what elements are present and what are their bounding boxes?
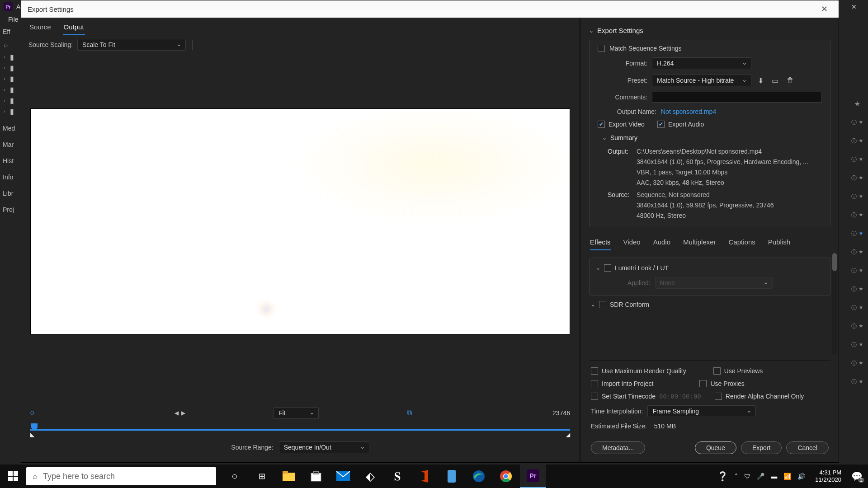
- bg-panel-label[interactable]: Proj: [3, 206, 15, 213]
- comments-input[interactable]: [652, 92, 822, 103]
- export-settings-header[interactable]: ⌄ Export Settings: [589, 23, 830, 37]
- tab-publish[interactable]: Publish: [768, 236, 790, 250]
- help-tray-icon[interactable]: ❔: [717, 471, 728, 482]
- dropbox-icon[interactable]: ⬖: [357, 465, 383, 488]
- info-star-pair[interactable]: ⓘ★: [851, 156, 863, 164]
- notification-icon[interactable]: 💬 2: [851, 471, 863, 482]
- preset-dropdown[interactable]: Match Source - High bitrate: [652, 75, 751, 86]
- info-star-pair[interactable]: ⓘ★: [851, 174, 863, 182]
- mic-tray-icon[interactable]: 🎤: [757, 473, 764, 480]
- scrollbar-track[interactable]: [832, 253, 837, 354]
- scrollbar-thumb[interactable]: [832, 253, 837, 271]
- phone-icon[interactable]: [439, 465, 465, 488]
- bg-search-icon[interactable]: ⌕: [0, 38, 22, 52]
- dialog-close-button[interactable]: ✕: [816, 2, 832, 16]
- wifi-tray-icon[interactable]: 📶: [783, 473, 791, 480]
- chrome-icon[interactable]: [493, 465, 519, 488]
- cancel-button[interactable]: Cancel: [786, 441, 829, 454]
- time-interp-dropdown[interactable]: Frame Sampling: [647, 405, 756, 417]
- bg-folder-row[interactable]: ›▮: [0, 73, 22, 84]
- source-range-dropdown[interactable]: Sequence In/Out: [279, 441, 369, 453]
- export-video-checkbox[interactable]: [598, 121, 605, 128]
- info-star-pair[interactable]: ⓘ★: [851, 267, 863, 275]
- taskbar-search[interactable]: ⌕ Type here to search: [26, 467, 216, 485]
- bg-close-button[interactable]: ✕: [844, 0, 864, 14]
- out-point-icon[interactable]: ◢: [566, 432, 570, 438]
- prev-frame-icon[interactable]: ◀: [175, 410, 179, 416]
- bg-panel-label[interactable]: Info: [3, 174, 15, 181]
- info-star-pair[interactable]: ⓘ★: [851, 286, 863, 293]
- info-star-pair[interactable]: ⓘ★: [851, 249, 863, 256]
- timeline-scrubber[interactable]: ◣ ◢: [30, 423, 570, 436]
- tab-video[interactable]: Video: [623, 236, 641, 250]
- chevron-down-icon[interactable]: ⌄: [596, 265, 600, 271]
- info-star-pair[interactable]: ⓘ★: [851, 360, 863, 367]
- tab-audio[interactable]: Audio: [653, 236, 670, 250]
- office-icon[interactable]: [411, 465, 438, 488]
- info-star-pair[interactable]: ⓘ★: [851, 119, 863, 127]
- output-name-link[interactable]: Not sponsored.mp4: [661, 108, 716, 115]
- bg-folder-row[interactable]: ›▮: [0, 95, 22, 106]
- delete-preset-icon[interactable]: 🗑: [785, 76, 796, 84]
- taskbar-clock[interactable]: 4:31 PM 11/2/2020: [811, 469, 845, 483]
- battery-tray-icon[interactable]: ▬: [771, 473, 777, 480]
- security-tray-icon[interactable]: 🛡: [744, 473, 750, 480]
- lumetri-checkbox[interactable]: [604, 264, 611, 272]
- info-star-pair[interactable]: ⓘ★: [851, 341, 863, 349]
- bg-menu-file[interactable]: File: [4, 16, 23, 23]
- bg-folder-row[interactable]: ›▮: [0, 84, 22, 95]
- bg-folder-row[interactable]: ›▮: [0, 62, 22, 73]
- aspect-ratio-icon[interactable]: ⧉: [407, 409, 412, 417]
- summary-header[interactable]: ⌄ Summary: [598, 133, 822, 141]
- bg-panel-label[interactable]: Med: [3, 125, 15, 132]
- bg-folder-row[interactable]: ›▮: [0, 52, 22, 62]
- bg-panel-label[interactable]: Mar: [3, 141, 15, 148]
- file-explorer-icon[interactable]: [276, 465, 302, 488]
- tab-source[interactable]: Source: [28, 20, 52, 35]
- match-sequence-checkbox[interactable]: [598, 45, 605, 52]
- next-frame-icon[interactable]: ▶: [181, 410, 185, 416]
- export-button[interactable]: Export: [741, 441, 782, 454]
- render-alpha-checkbox[interactable]: [715, 393, 722, 400]
- tab-effects[interactable]: Effects: [590, 236, 611, 250]
- bg-panel-label[interactable]: Libr: [3, 190, 15, 197]
- bg-folder-row[interactable]: ›▮: [0, 106, 22, 117]
- bg-panel-label[interactable]: Hist: [3, 157, 15, 164]
- star-icon[interactable]: ★: [854, 99, 860, 108]
- info-star-pair[interactable]: ⓘ★: [851, 304, 863, 312]
- premiere-taskbar-icon[interactable]: Pr: [520, 465, 546, 488]
- use-proxies-checkbox[interactable]: [699, 380, 707, 387]
- start-button[interactable]: [0, 465, 26, 488]
- app-icon[interactable]: 𝐒: [384, 465, 410, 488]
- info-star-pair[interactable]: ⓘ★: [851, 193, 863, 201]
- use-previews-checkbox[interactable]: [713, 367, 721, 375]
- task-view-icon[interactable]: ⊞: [249, 465, 275, 488]
- volume-tray-icon[interactable]: 🔊: [797, 473, 805, 480]
- tab-output[interactable]: Output: [63, 20, 85, 35]
- info-star-pair[interactable]: ⓘ★: [851, 378, 863, 386]
- edge-icon[interactable]: [466, 465, 492, 488]
- source-scaling-dropdown[interactable]: Scale To Fit: [77, 39, 186, 51]
- queue-button[interactable]: Queue: [695, 441, 736, 454]
- chevron-down-icon[interactable]: ⌄: [591, 301, 595, 308]
- import-project-checkbox[interactable]: [591, 380, 598, 387]
- info-star-pair[interactable]: ⓘ★: [851, 323, 863, 330]
- in-point-icon[interactable]: ◣: [30, 432, 34, 438]
- sdr-checkbox[interactable]: [599, 301, 606, 308]
- info-star-pair[interactable]: ⓘ★: [851, 230, 863, 238]
- tab-captions[interactable]: Captions: [729, 236, 755, 250]
- format-dropdown[interactable]: H.264: [652, 57, 751, 69]
- save-preset-icon[interactable]: ⬇: [756, 76, 765, 85]
- import-preset-icon[interactable]: ▭: [770, 76, 780, 85]
- mail-icon[interactable]: [330, 465, 356, 488]
- tray-chevron-icon[interactable]: ˄: [735, 473, 738, 480]
- metadata-button[interactable]: Metadata...: [591, 441, 645, 454]
- zoom-fit-dropdown[interactable]: Fit: [274, 407, 319, 419]
- cortana-icon[interactable]: ○: [222, 465, 248, 488]
- info-star-pair[interactable]: ⓘ★: [851, 211, 863, 219]
- export-audio-checkbox[interactable]: [657, 121, 665, 128]
- info-star-pair[interactable]: ⓘ★: [851, 137, 863, 145]
- microsoft-store-icon[interactable]: [303, 465, 329, 488]
- start-timecode-checkbox[interactable]: [591, 393, 598, 400]
- max-render-quality-checkbox[interactable]: [591, 367, 598, 375]
